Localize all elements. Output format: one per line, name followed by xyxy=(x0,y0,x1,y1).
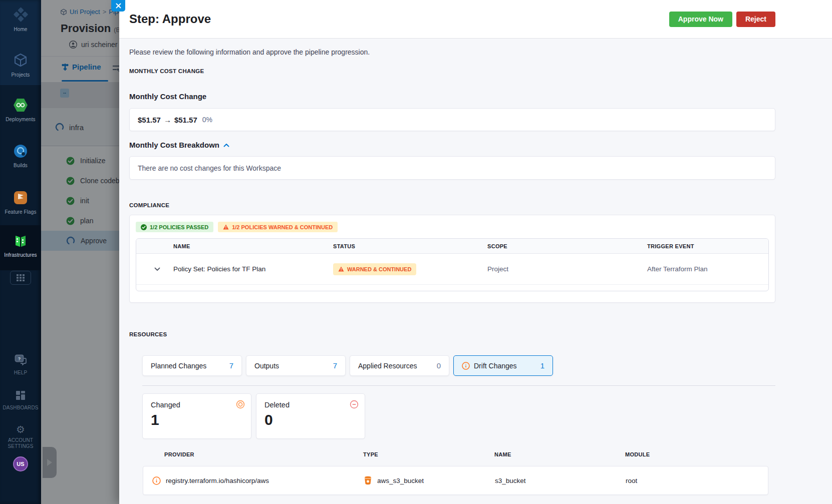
col-name: NAME xyxy=(173,243,333,249)
drift-table-header: PROVIDER TYPE NAME MODULE xyxy=(143,451,775,457)
cost-arrow: → xyxy=(164,116,171,124)
tab-outputs[interactable]: Outputs 7 xyxy=(246,355,346,376)
cost-percent: 0% xyxy=(202,116,212,124)
sidebar-item-label: Deployments xyxy=(0,117,41,122)
col-type: TYPE xyxy=(363,451,494,457)
cost-change-card: $51.57 → $51.57 0% xyxy=(129,108,775,131)
info-circle-icon xyxy=(462,362,470,370)
applied-resources-count: 0 xyxy=(437,361,441,370)
planned-changes-count: 7 xyxy=(229,361,233,370)
policy-table-header: NAME STATUS SCOPE TRIGGER EVENT xyxy=(136,239,768,254)
sidebar-item-dashboards[interactable]: DASHBOARDS xyxy=(0,390,41,410)
deleted-summary-card: Deleted 0 xyxy=(256,393,365,439)
resources-section-label: RESOURCES xyxy=(129,331,775,337)
tab-applied-resources[interactable]: Applied Resources 0 xyxy=(350,355,449,376)
feature-flags-icon xyxy=(14,191,28,205)
policy-table-row[interactable]: Policy Set: Policies for TF Plan WARNED … xyxy=(136,254,768,285)
changed-circles-icon xyxy=(236,400,245,409)
tab-drift-changes[interactable]: Drift Changes 1 xyxy=(453,355,553,376)
sidebar-item-help[interactable]: ? HELP xyxy=(0,354,41,375)
monthly-cost-section-label: MONTHLY COST CHANGE xyxy=(129,68,775,74)
tab-planned-changes[interactable]: Planned Changes 7 xyxy=(142,355,242,376)
changed-summary-card: Changed 1 xyxy=(142,393,251,439)
compliance-badges: 1/2 POLICIES PASSED 1/2 POLICIES WARNED … xyxy=(136,222,769,232)
drawer-title: Step: Approve xyxy=(129,12,669,26)
deleted-value: 0 xyxy=(264,411,358,428)
sidebar-item-infrastructures[interactable]: Infrastructures xyxy=(0,235,41,258)
approve-now-button[interactable]: Approve Now xyxy=(669,12,732,27)
chevron-down-icon[interactable] xyxy=(154,267,173,271)
col-trigger-event: TRIGGER EVENT xyxy=(647,243,768,249)
sidebar-item-label: SETTINGS xyxy=(0,443,41,449)
minus-circle-icon xyxy=(350,400,359,409)
sidebar-item-account-settings[interactable]: ⚙ ACCOUNT SETTINGS xyxy=(0,424,41,449)
monthly-cost-heading: Monthly Cost Change xyxy=(129,92,775,101)
deleted-label: Deleted xyxy=(264,401,358,409)
sidebar-item-projects[interactable]: Projects xyxy=(0,53,41,78)
resource-provider: registry.terraform.io/hashicorp/aws xyxy=(166,477,269,484)
sidebar-item-label: Projects xyxy=(0,72,41,78)
sidebar-item-label: Home xyxy=(0,27,41,32)
grid-icon xyxy=(10,271,31,285)
policy-scope: Project xyxy=(487,265,647,273)
review-instructions: Please review the following information … xyxy=(129,39,775,56)
user-menu[interactable]: US xyxy=(0,456,41,471)
settings-gear-icon: ⚙ xyxy=(16,424,25,434)
cost-breakdown-empty-card: There are no cost changes for this Works… xyxy=(129,156,775,180)
col-status: STATUS xyxy=(333,243,487,249)
drawer-body: Please review the following information … xyxy=(119,39,832,495)
chevron-up-icon xyxy=(223,143,229,147)
projects-cube-icon xyxy=(13,53,28,68)
sidebar-item-label: Infrastructures xyxy=(0,252,41,258)
sidebar-item-label: ACCOUNT xyxy=(0,437,41,443)
check-circle-icon xyxy=(141,224,147,230)
cost-to: $51.57 xyxy=(174,116,197,124)
drift-table-row[interactable]: registry.terraform.io/hashicorp/aws aws_… xyxy=(143,466,768,495)
avatar: US xyxy=(13,456,28,471)
sidebar-item-label: DASHBOARDS xyxy=(0,405,41,410)
module-picker[interactable] xyxy=(0,271,41,285)
warning-triangle-icon xyxy=(338,266,344,272)
policy-set-name: Policy Set: Policies for TF Plan xyxy=(173,265,333,273)
left-nav-sidebar: Home Projects Deployments Builds Feature… xyxy=(0,0,41,504)
sidebar-item-label: Builds xyxy=(0,163,41,168)
drawer-header: Step: Approve Approve Now Reject xyxy=(119,0,832,39)
resource-type: aws_s3_bucket xyxy=(377,477,424,484)
sidebar-item-deployments[interactable]: Deployments xyxy=(0,98,41,122)
drift-changes-count: 1 xyxy=(540,361,544,370)
compliance-card: 1/2 POLICIES PASSED 1/2 POLICIES WARNED … xyxy=(129,215,775,303)
deployments-icon xyxy=(13,98,28,112)
resource-module: root xyxy=(626,477,768,484)
drawer-close-button[interactable] xyxy=(111,0,125,12)
changed-label: Changed xyxy=(151,401,244,409)
info-circle-icon[interactable] xyxy=(152,476,161,485)
reject-button[interactable]: Reject xyxy=(736,12,775,27)
col-name: NAME xyxy=(494,451,625,457)
builds-icon xyxy=(14,144,28,158)
resources-divider xyxy=(142,385,775,386)
col-scope: SCOPE xyxy=(487,243,647,249)
s3-bucket-icon xyxy=(364,476,372,485)
col-provider: PROVIDER xyxy=(164,451,363,457)
sidebar-item-builds[interactable]: Builds xyxy=(0,144,41,168)
col-module: MODULE xyxy=(625,451,775,457)
changed-value: 1 xyxy=(151,411,244,428)
svg-text:?: ? xyxy=(18,356,21,361)
outputs-count: 7 xyxy=(333,361,337,370)
sidebar-item-label: HELP xyxy=(0,370,41,375)
cost-breakdown-heading: Monthly Cost Breakdown xyxy=(129,141,219,149)
sidebar-item-label: Feature Flags xyxy=(0,209,41,215)
infrastructures-icon xyxy=(14,235,28,248)
close-icon xyxy=(116,3,121,9)
help-chat-icon: ? xyxy=(15,354,27,365)
cost-breakdown-toggle[interactable]: Monthly Cost Breakdown xyxy=(129,141,775,149)
policy-table: NAME STATUS SCOPE TRIGGER EVENT Policy S… xyxy=(136,238,769,291)
policy-trigger-event: After Terraform Plan xyxy=(647,265,768,273)
policy-status-badge: WARNED & CONTINUED xyxy=(333,263,416,275)
drift-summary-cards: Changed 1 Deleted 0 xyxy=(142,393,775,439)
compliance-section-label: COMPLIANCE xyxy=(129,202,775,208)
sidebar-item-feature-flags[interactable]: Feature Flags xyxy=(0,191,41,215)
cost-from: $51.57 xyxy=(138,116,161,124)
sidebar-item-home[interactable]: Home xyxy=(0,7,41,32)
resource-tabs: Planned Changes 7 Outputs 7 Applied Reso… xyxy=(142,355,775,376)
